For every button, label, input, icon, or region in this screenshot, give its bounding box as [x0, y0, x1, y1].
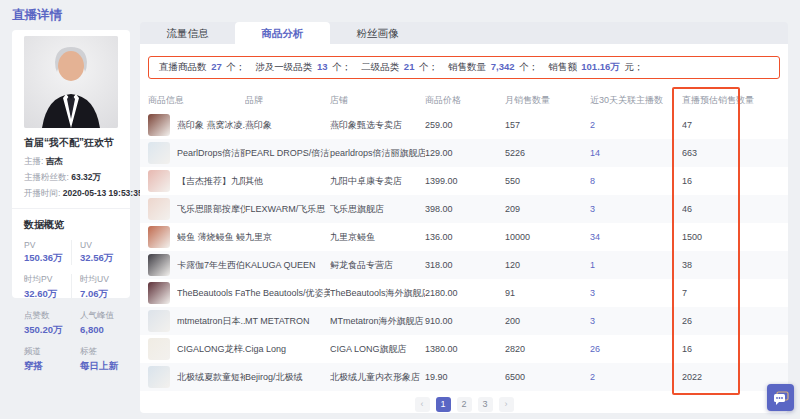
stat-value: 每日上新	[80, 360, 118, 373]
summary-suffix: 个；	[416, 61, 438, 72]
chat-fab-button[interactable]	[767, 384, 794, 411]
shop-cell: 鲟龙食品专营店	[330, 259, 425, 272]
monthly-sales-cell: 91	[505, 288, 590, 298]
stat-value: 6,800	[80, 324, 118, 335]
estimated-sales-cell: 7	[682, 288, 780, 298]
price-cell: 318.00	[425, 260, 505, 270]
page-button-2[interactable]: 2	[457, 397, 472, 412]
product-thumbnail	[148, 170, 170, 192]
table-row[interactable]: 北极绒夏款童短袖... Bejirog/北极绒 北极绒儿童内衣形象店 19.90…	[140, 363, 788, 391]
product-thumbnail	[148, 114, 170, 136]
summary-value: 13	[317, 61, 328, 72]
summary-label: 直播商品数	[159, 61, 209, 72]
brand-cell: MT METATRON	[245, 316, 330, 326]
related-hosts-link[interactable]: 34	[590, 232, 600, 242]
summary-value: 7,342	[491, 61, 515, 72]
table-row[interactable]: mtmetatron日本... MT METATRON MTmetatron海外…	[140, 307, 788, 335]
host-name-row: 主播: 吉杰	[24, 156, 118, 168]
summary-suffix: 个；	[517, 61, 539, 72]
summary-segment: 销售额 101.16万 元；	[548, 61, 643, 74]
overview-title: 数据概览	[24, 218, 118, 232]
related-hosts-link[interactable]: 3	[590, 288, 595, 298]
table-header-row: 商品信息品牌店铺商品价格月销售数量近30天关联主播数直播预估销售数量	[140, 89, 788, 111]
shop-cell: 九里京鳗鱼	[330, 231, 425, 244]
column-header: 品牌	[245, 94, 330, 107]
shop-cell: 飞乐思旗舰店	[330, 203, 425, 216]
table-row[interactable]: 飞乐思眼部按摩仪... FLEXWARM/飞乐思 飞乐思旗舰店 398.00 2…	[140, 195, 788, 223]
table-row[interactable]: CIGALONG龙梓... Ciga Long CIGA LONG旗舰店 138…	[140, 335, 788, 363]
stat-value: 150.36万	[24, 252, 71, 265]
product-thumbnail	[148, 142, 170, 164]
table-row[interactable]: 卡露伽7年生西伯... KALUGA QUEEN 鲟龙食品专营店 318.00 …	[140, 251, 788, 279]
estimated-sales-cell: 16	[682, 344, 780, 354]
brand-cell: FLEXWARM/飞乐思	[245, 203, 330, 216]
tab-商品分析[interactable]: 商品分析	[235, 22, 330, 44]
product-name: 鳗鱼 薄烧鳗鱼 鳗...	[177, 231, 245, 244]
stat-value: 350.20万	[24, 324, 71, 337]
column-header: 月销售数量	[505, 94, 590, 107]
table-row[interactable]: TheBeautools Fac... The Beautools/优姿美器 T…	[140, 279, 788, 307]
page-button-3[interactable]: 3	[478, 397, 493, 412]
start-time-row: 开播时间: 2020-05-13 19:53:35	[24, 188, 118, 200]
live-detail-page: 直播详情 首届“我不配”狂欢节 主播: 吉杰 主播粉丝数	[0, 0, 800, 419]
summary-label: 销售额	[548, 61, 579, 72]
summary-label: 二级品类	[361, 61, 402, 72]
related-hosts-link[interactable]: 8	[590, 176, 595, 186]
estimated-sales-cell: 1500	[682, 232, 780, 242]
stream-title: 首届“我不配”狂欢节	[24, 136, 118, 150]
price-cell: 136.00	[425, 232, 505, 242]
main-panel: 流量信息 商品分析 粉丝画像 直播商品数 27 个； 涉及一级品类 13 个； …	[140, 22, 788, 413]
monthly-sales-cell: 10000	[505, 232, 590, 242]
prev-page-button[interactable]: ‹	[415, 397, 430, 412]
related-hosts-link[interactable]: 26	[590, 344, 600, 354]
related-hosts-link[interactable]: 14	[590, 148, 600, 158]
tab-流量信息[interactable]: 流量信息	[140, 22, 235, 44]
stat-item: 人气峰值 6,800	[71, 310, 118, 337]
related-hosts-link[interactable]: 3	[590, 204, 595, 214]
summary-suffix: 个；	[224, 61, 246, 72]
estimated-sales-cell: 26	[682, 316, 780, 326]
stat-label: 人气峰值	[80, 310, 118, 322]
stat-label: 时均PV	[24, 274, 71, 286]
related-hosts-link[interactable]: 2	[590, 372, 595, 382]
related-hosts-link[interactable]: 1	[590, 260, 595, 270]
table-row[interactable]: 鳗鱼 薄烧鳗鱼 鳗... 九里京 九里京鳗鱼 136.00 10000 34 1…	[140, 223, 788, 251]
product-thumbnail	[148, 282, 170, 304]
chat-bubbles-icon	[773, 391, 789, 405]
page-button-1[interactable]: 1	[436, 397, 451, 412]
summary-segment: 直播商品数 27 个；	[159, 61, 245, 74]
product-name: 北极绒夏款童短袖...	[177, 371, 245, 384]
shop-cell: TheBeautools海外旗舰店	[330, 287, 425, 300]
stat-value: 32.56万	[80, 252, 118, 265]
overview-stats: PV 150.36万 UV 32.56万 时均PV 32.60万 时均UV 7.…	[24, 240, 118, 373]
next-page-button[interactable]: ›	[499, 397, 514, 412]
summary-segment: 二级品类 21 个；	[361, 61, 438, 74]
product-thumbnail	[148, 254, 170, 276]
brand-cell: 九里京	[245, 231, 330, 244]
summary-suffix: 个；	[330, 61, 352, 72]
related-hosts-link[interactable]: 2	[590, 120, 595, 130]
stat-item: UV 32.56万	[71, 240, 118, 265]
price-cell: 910.00	[425, 316, 505, 326]
monthly-sales-cell: 209	[505, 204, 590, 214]
table-row[interactable]: 燕印象 燕窝冰凌... 燕印象 燕印象甄选专卖店 259.00 157 2 47	[140, 111, 788, 139]
brand-cell: 燕印象	[245, 119, 330, 132]
monthly-sales-cell: 200	[505, 316, 590, 326]
table-row[interactable]: PearlDrops倍洁丽... PEARL DROPS/倍洁丽 pearldr…	[140, 139, 788, 167]
shop-cell: MTmetatron海外旗舰店	[330, 315, 425, 328]
related-hosts-link[interactable]: 3	[590, 316, 595, 326]
tab-粉丝画像[interactable]: 粉丝画像	[330, 22, 425, 44]
estimated-sales-cell: 16	[682, 176, 780, 186]
fans-value: 63.32万	[71, 172, 101, 182]
stat-label: 标签	[80, 346, 118, 358]
summary-value: 101.16万	[581, 61, 620, 72]
column-header: 直播预估销售数量	[682, 94, 780, 107]
estimated-sales-cell: 663	[682, 148, 780, 158]
table-row[interactable]: 【吉杰推荐】九阳... 其他 九阳中卓康专卖店 1399.00 550 8 16	[140, 167, 788, 195]
product-name: TheBeautools Fac...	[177, 288, 245, 298]
summary-value: 21	[404, 61, 415, 72]
brand-cell: PEARL DROPS/倍洁丽	[245, 147, 330, 160]
monthly-sales-cell: 2820	[505, 344, 590, 354]
summary-suffix: 元；	[622, 61, 644, 72]
price-cell: 1399.00	[425, 176, 505, 186]
